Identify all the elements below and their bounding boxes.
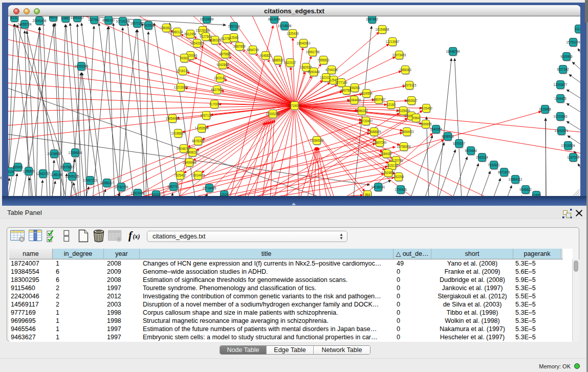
svg-text:10653267: 10653267 [71,16,84,19]
svg-text:12213967: 12213967 [386,39,400,43]
svg-text:17016504: 17016504 [561,143,575,147]
svg-text:18640910: 18640910 [297,41,311,45]
svg-text:13524851: 13524851 [382,170,396,174]
svg-text:13692971: 13692971 [555,128,569,132]
svg-text:39154: 39154 [8,169,14,173]
svg-text:15409948: 15409948 [183,160,197,164]
svg-text:1640954: 1640954 [430,127,442,130]
svg-text:19654923: 19654923 [400,129,414,133]
svg-text:18724007: 18724007 [288,103,301,107]
svg-text:10210643: 10210643 [554,114,568,118]
svg-text:2867608: 2867608 [233,44,245,48]
svg-text:12029: 12029 [220,192,229,196]
svg-text:20206556: 20206556 [48,151,61,155]
svg-text:21364436: 21364436 [347,98,361,101]
svg-text:9115460: 9115460 [420,106,432,110]
svg-text:10543362: 10543362 [190,41,204,45]
svg-text:19384554: 19384554 [310,138,324,142]
svg-text:14136141: 14136141 [372,185,385,188]
svg-text:10807487: 10807487 [372,97,386,101]
svg-text:16961758: 16961758 [306,50,320,53]
svg-text:1325419: 1325419 [287,31,298,35]
svg-text:(x): (x) [133,233,140,240]
svg-text:17957223: 17957223 [83,178,97,182]
svg-text:2803144: 2803144 [214,76,226,79]
svg-text:9463627: 9463627 [405,98,417,102]
svg-text:9699695: 9699695 [420,122,431,125]
svg-text:9146821: 9146821 [259,53,271,57]
svg-text:29053346: 29053346 [75,64,89,68]
svg-text:1156829: 1156829 [23,169,34,172]
svg-text:16033809: 16033809 [200,17,214,20]
svg-text:14353594: 14353594 [195,126,209,129]
svg-text:15716485: 15716485 [203,186,216,189]
svg-text:10688609: 10688609 [367,129,381,133]
svg-text:12505135: 12505135 [66,174,79,178]
svg-text:8990448: 8990448 [308,70,319,73]
svg-text:7632621: 7632621 [488,163,499,166]
svg-text:12975115: 12975115 [403,83,417,86]
svg-text:252254: 252254 [394,174,404,178]
svg-text:96603: 96603 [49,16,58,19]
svg-text:17359934: 17359934 [69,150,82,154]
svg-text:9474444: 9474444 [465,148,476,152]
svg-text:97450: 97450 [532,193,541,196]
svg-text:7485063: 7485063 [399,68,411,71]
svg-text:9964: 9964 [412,116,419,119]
svg-text:19654983: 19654983 [166,116,180,120]
svg-text:83202: 83202 [152,192,161,196]
svg-text:9127503: 9127503 [200,34,211,38]
svg-text:11124: 11124 [575,27,580,30]
svg-text:20691406: 20691406 [33,18,47,22]
svg-text:964: 964 [365,192,370,196]
svg-text:99361: 99361 [180,56,189,59]
svg-text:9457791: 9457791 [167,184,179,188]
svg-text:6379197: 6379197 [453,141,465,145]
svg-text:417006: 417006 [209,102,220,105]
svg-text:25300285: 25300285 [266,112,280,115]
svg-text:8131: 8131 [11,16,17,19]
svg-text:7515526: 7515526 [142,23,154,27]
svg-text:16154808: 16154808 [376,27,389,31]
svg-text:7463822: 7463822 [160,26,172,29]
svg-text:9777169: 9777169 [335,80,347,84]
svg-text:16782759: 16782759 [115,185,128,188]
svg-text:12923448: 12923448 [131,191,145,194]
svg-text:9329906: 9329906 [560,54,572,58]
svg-text:18807249: 18807249 [373,140,387,144]
svg-text:2718176: 2718176 [177,69,188,72]
svg-text:7986322: 7986322 [356,108,367,112]
svg-text:7625402: 7625402 [174,173,186,177]
svg-text:3267130: 3267130 [200,113,212,117]
svg-text:9245632: 9245632 [519,187,531,191]
svg-text:62160: 62160 [387,102,396,106]
svg-text:2933114: 2933114 [476,155,488,159]
svg-text:15751074: 15751074 [567,40,580,43]
svg-text:9242848: 9242848 [216,62,228,66]
svg-text:8471676: 8471676 [498,170,510,173]
svg-text:16648784: 16648784 [446,49,460,53]
svg-text:1527602: 1527602 [88,17,100,21]
svg-text:10756928: 10756928 [397,144,411,148]
svg-text:7955812: 7955812 [317,58,329,61]
svg-text:15720407: 15720407 [359,119,373,122]
svg-text:1615132: 1615132 [386,163,398,167]
svg-text:6794028: 6794028 [325,68,337,71]
svg-text:16914479: 16914479 [191,173,205,177]
svg-text:10958117: 10958117 [100,181,114,184]
svg-text:1244415: 1244415 [554,96,566,100]
svg-text:1145194: 1145194 [50,172,62,176]
svg-text:746266: 746266 [350,85,360,89]
svg-text:3624554: 3624554 [360,91,372,95]
svg-text:12546: 12546 [230,35,238,39]
svg-text:8960124: 8960124 [171,30,183,33]
svg-text:8466160: 8466160 [102,18,114,21]
svg-text:1733426: 1733426 [395,187,406,191]
svg-text:10887: 10887 [61,16,70,20]
svg-text:10719188: 10719188 [116,19,130,23]
svg-text:8813054: 8813054 [268,17,280,20]
svg-text:8427552: 8427552 [211,87,223,91]
svg-text:8186323: 8186323 [209,38,221,41]
svg-text:8454749: 8454749 [247,48,258,51]
svg-text:3084067: 3084067 [380,151,392,155]
